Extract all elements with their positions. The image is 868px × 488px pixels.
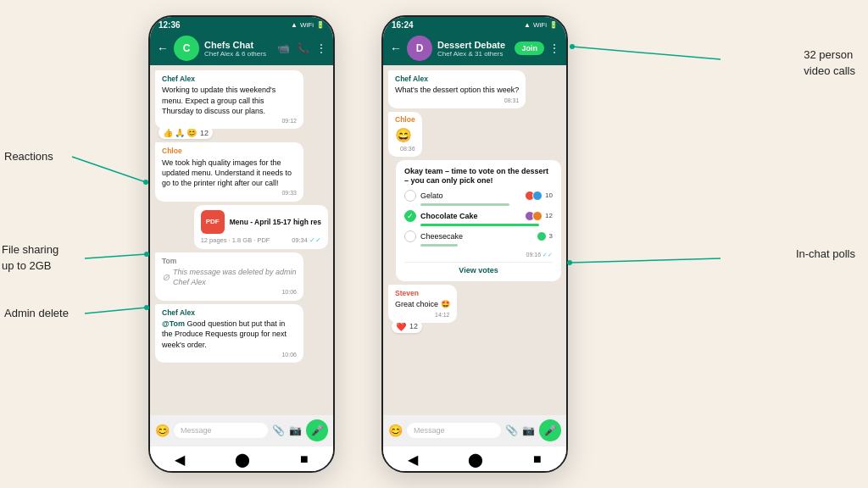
admin-delete-annotation: Admin delete — [4, 305, 69, 321]
right-chat-header: ← D Dessert Debate Chef Alex & 31 others… — [383, 31, 566, 65]
back-nav[interactable]: ◀ — [175, 452, 185, 468]
file-bubble: PDF Menu - April 15-17 high res 12 pages… — [194, 205, 328, 249]
steven-message-group: Steven Great choice 🤩 14:12 ❤️ 12 — [388, 285, 561, 333]
poll-checkbox-selected: ✓ — [404, 210, 416, 222]
input-placeholder: Message — [181, 426, 212, 435]
poll-title: Okay team – time to vote on the dessert … — [404, 167, 553, 186]
poll-option-chocolate-cake[interactable]: ✓ Chocolate Cake 12 — [404, 210, 553, 226]
message-input[interactable]: Message — [407, 423, 501, 438]
left-nav-bar: ◀ ⬤ ■ — [150, 446, 333, 471]
left-phone: 12:36 ▲ WiFi 🔋 ← C Chefs Chat Chef Alex … — [148, 15, 335, 473]
video-icon[interactable]: 📹 — [277, 42, 290, 54]
more-icon[interactable]: ⋮ — [316, 42, 326, 54]
recent-nav[interactable]: ■ — [300, 452, 309, 468]
message-time: 08:31 — [395, 97, 519, 104]
chat-info: Dessert Debate Chef Alex & 31 others — [437, 40, 509, 58]
reaction-count: 12 — [409, 322, 418, 330]
message-sender: Chloe — [395, 115, 415, 125]
recent-nav[interactable]: ■ — [533, 452, 542, 468]
group-avatar: C — [174, 36, 199, 61]
poll-option-label: Chocolate Cake — [420, 212, 520, 220]
battery-icon: 🔋 — [316, 21, 325, 29]
message-bubble: Chef Alex Working to update this weekend… — [155, 70, 303, 129]
reactions-label: Reactions — [4, 150, 53, 163]
view-votes-button[interactable]: View votes — [404, 262, 553, 274]
message-text: We took high quality images for the upda… — [162, 158, 297, 188]
reaction-count: 12 — [200, 129, 209, 137]
chat-subtitle: Chef Alex & 31 others — [437, 50, 509, 58]
message-text: Great choice 🤩 — [395, 299, 450, 309]
message-input[interactable]: Message — [174, 423, 268, 438]
back-button[interactable]: ← — [157, 42, 169, 55]
home-nav[interactable]: ⬤ — [235, 452, 250, 468]
poll-avatars — [525, 211, 542, 221]
reaction-emoji-3: 😊 — [186, 128, 197, 137]
poll-avatars — [537, 231, 547, 241]
deleted-text: This message was deleted by admin Chef A… — [173, 267, 297, 287]
mic-button[interactable]: 🎤 — [306, 419, 328, 441]
poll-avatar — [532, 191, 542, 201]
home-nav[interactable]: ⬤ — [468, 452, 483, 468]
chloe-emoji-msg: Chloe 😄 08:36 — [388, 112, 422, 157]
signal-icon: ▲ — [291, 21, 298, 29]
message-sender: Tom — [162, 257, 297, 266]
phone-icon[interactable]: 📞 — [297, 42, 309, 54]
group-avatar: D — [407, 36, 432, 61]
poll-count: 10 — [545, 191, 553, 199]
back-button[interactable]: ← — [390, 42, 402, 55]
message-group-1: Chef Alex Working to update this weekend… — [155, 70, 328, 139]
reaction-emoji-1: 👍 — [163, 128, 173, 137]
left-chat-header: ← C Chefs Chat Chef Alex & 6 others 📹 📞 … — [150, 31, 333, 65]
join-button[interactable]: Join — [515, 42, 544, 55]
svg-line-0 — [72, 157, 146, 182]
camera-button[interactable]: 📷 — [522, 424, 535, 436]
file-name: Menu - April 15-17 high res — [230, 218, 321, 226]
poll-checkbox — [404, 190, 416, 202]
svg-line-8 — [570, 258, 721, 263]
back-nav[interactable]: ◀ — [408, 452, 418, 468]
left-status-bar: 12:36 ▲ WiFi 🔋 — [150, 17, 333, 31]
right-status-icons: ▲ WiFi 🔋 — [524, 21, 558, 29]
poll-option-meta: 3 — [537, 231, 553, 241]
in-chat-polls-annotation: In-chat polls — [796, 246, 855, 262]
attach-button[interactable]: 📎 — [272, 424, 285, 436]
message-text: Working to update this weekend's menu. E… — [162, 85, 297, 115]
deleted-message-bubble: Tom ⊘ This message was deleted by admin … — [155, 252, 303, 301]
emoji-message: 😄 — [395, 126, 415, 145]
poll-count: 3 — [549, 232, 553, 240]
file-sharing-annotation: File sharingup to 2GB — [2, 241, 58, 274]
heart-emoji: ❤️ — [396, 322, 406, 331]
message-sender: Chef Alex — [162, 308, 297, 318]
emoji-button[interactable]: 😊 — [388, 424, 403, 437]
emoji-button[interactable]: 😊 — [155, 424, 170, 437]
chloe-message: Chloe We took high quality images for th… — [155, 142, 303, 201]
poll-avatar — [537, 231, 547, 241]
right-nav-bar: ◀ ⬤ ■ — [383, 446, 566, 471]
file-sharing-label: File sharingup to 2GB — [2, 243, 58, 272]
more-icon[interactable]: ⋮ — [549, 42, 559, 54]
message-time: 10:06 — [162, 351, 297, 358]
video-calls-label: 32 personvideo calls — [804, 48, 855, 77]
poll-bar — [420, 224, 539, 226]
wifi-icon: WiFi — [300, 21, 314, 29]
file-header: PDF Menu - April 15-17 high res — [201, 210, 321, 234]
camera-button[interactable]: 📷 — [289, 424, 302, 436]
video-calls-annotation: 32 personvideo calls — [804, 47, 855, 79]
battery-icon: 🔋 — [549, 21, 558, 29]
attach-button[interactable]: 📎 — [505, 424, 518, 436]
mic-button[interactable]: 🎤 — [539, 419, 561, 441]
chat-title: Chefs Chat — [204, 40, 272, 50]
steven-message: Steven Great choice 🤩 14:12 — [388, 285, 457, 323]
svg-point-7 — [570, 44, 575, 49]
reaction-emoji-2: 🙏 — [175, 128, 185, 137]
poll-avatars — [525, 191, 542, 201]
message-time: 10:06 — [162, 288, 297, 296]
poll-option-gelato[interactable]: Gelato 10 — [404, 190, 553, 206]
right-status-bar: 16:24 ▲ WiFi 🔋 — [383, 17, 566, 31]
poll-option-row: Gelato 10 — [404, 190, 553, 202]
in-chat-polls-label: In-chat polls — [796, 247, 855, 260]
wifi-icon: WiFi — [533, 21, 547, 29]
poll-option-cheesecake[interactable]: Cheesecake 3 — [404, 230, 553, 247]
poll-option-label: Gelato — [420, 191, 520, 200]
poll-bar — [420, 244, 458, 247]
